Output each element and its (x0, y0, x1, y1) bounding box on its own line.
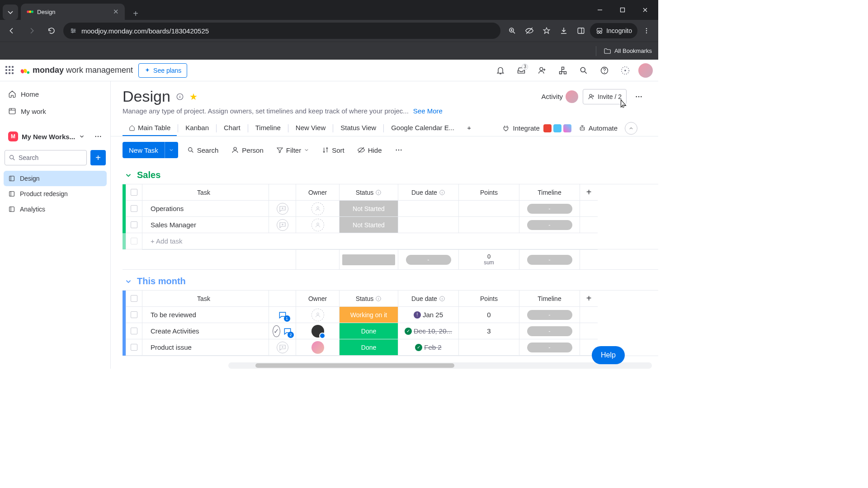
view-tab[interactable]: Main Table (123, 120, 177, 136)
status-cell[interactable]: Done (339, 339, 398, 356)
monday-logo[interactable]: monday work management (20, 66, 133, 75)
status-cell[interactable]: Not Started (339, 217, 398, 233)
row-checkbox[interactable] (126, 201, 142, 217)
duedate-cell[interactable]: ✓Feb 2 (398, 339, 458, 356)
board-favorite-star-icon[interactable]: ★ (189, 91, 198, 102)
see-plans-button[interactable]: See plans (138, 63, 187, 78)
toolbar-more-icon[interactable] (391, 142, 406, 158)
col-duedate[interactable]: Due date (398, 184, 458, 201)
view-tab[interactable]: New View (289, 120, 332, 136)
help-icon[interactable] (597, 63, 612, 78)
sidepanel-icon[interactable] (573, 23, 589, 39)
col-owner[interactable]: Owner (296, 184, 339, 201)
zoom-icon[interactable] (504, 23, 520, 39)
task-done-icon[interactable]: ✓ (273, 325, 280, 337)
duedate-cell[interactable]: ✓Dec 10, 20... (398, 323, 458, 339)
task-name-cell[interactable]: Create Activities (142, 323, 269, 339)
notifications-icon[interactable] (493, 63, 508, 78)
all-bookmarks-button[interactable]: All Bookmarks (604, 47, 652, 55)
duedate-cell[interactable] (398, 217, 458, 233)
timeline-cell[interactable]: - (519, 307, 580, 323)
view-tab[interactable]: Chart (217, 120, 247, 136)
view-tab[interactable]: Kanban (179, 120, 215, 136)
inbox-icon[interactable]: 3 (514, 63, 529, 78)
help-floating-button[interactable]: Help (592, 346, 625, 364)
task-name-cell[interactable]: To be reviewed (142, 307, 269, 323)
view-tab[interactable]: Status View (334, 120, 382, 136)
search-everything-icon[interactable] (576, 63, 591, 78)
new-task-dropdown-icon[interactable] (165, 142, 178, 158)
products-switcher-icon[interactable] (618, 63, 633, 78)
profile-avatar[interactable] (638, 63, 653, 78)
col-timeline[interactable]: Timeline (519, 291, 580, 307)
points-cell[interactable] (458, 201, 519, 217)
add-view-button[interactable]: + (461, 120, 477, 136)
sidebar-search-input[interactable]: Search (5, 150, 87, 165)
row-checkbox[interactable] (126, 323, 142, 339)
apps-grid-icon[interactable] (5, 66, 14, 75)
row-checkbox[interactable] (126, 217, 142, 233)
timeline-cell[interactable]: - (519, 339, 580, 356)
download-icon[interactable] (556, 23, 572, 39)
owner-avatar[interactable] (311, 341, 324, 354)
view-tab[interactable]: Google Calendar E... (385, 120, 461, 136)
bookmark-star-icon[interactable] (538, 23, 555, 39)
filter-button[interactable]: Filter (273, 142, 313, 158)
status-cell[interactable]: Not Started (339, 201, 398, 217)
col-task[interactable]: Task (142, 291, 269, 307)
add-task-row[interactable]: + Add task (123, 233, 658, 249)
window-minimize-button[interactable] (590, 2, 610, 18)
col-points[interactable]: Points (458, 291, 519, 307)
add-conversation-icon[interactable] (277, 203, 288, 215)
owner-placeholder[interactable] (311, 202, 324, 215)
col-status[interactable]: Status (339, 184, 398, 201)
address-bar[interactable]: moodjoy.monday.com/boards/1830420525 (63, 23, 500, 39)
workspace-selector[interactable]: M My New Works... (4, 128, 107, 145)
window-close-button[interactable] (635, 2, 656, 18)
nav-forward-button[interactable] (24, 23, 40, 39)
board-title[interactable]: Design (123, 88, 170, 105)
conversation-icon[interactable]: 1 (277, 309, 288, 321)
col-duedate[interactable]: Due date (398, 291, 458, 307)
points-cell[interactable] (458, 217, 519, 233)
task-name-cell[interactable]: Sales Manager (142, 217, 269, 233)
view-tab[interactable]: Timeline (249, 120, 287, 136)
col-status[interactable]: Status (339, 291, 398, 307)
invite-members-icon[interactable] (534, 63, 550, 78)
nav-home[interactable]: Home (4, 86, 107, 102)
horizontal-scrollbar[interactable] (228, 362, 652, 369)
add-column-button[interactable]: + (580, 184, 598, 201)
duedate-cell[interactable]: !Jan 25 (398, 307, 458, 323)
col-timeline[interactable]: Timeline (519, 184, 580, 201)
board-options-icon[interactable] (631, 89, 646, 104)
status-cell[interactable]: Done (339, 323, 398, 339)
task-name-cell[interactable]: Operations (142, 201, 269, 217)
timeline-cell[interactable]: - (519, 201, 580, 217)
select-all-checkbox[interactable] (126, 184, 142, 201)
conversation-icon[interactable]: 2 (283, 325, 292, 337)
owner-placeholder[interactable] (311, 309, 324, 321)
duedate-cell[interactable] (398, 201, 458, 217)
site-settings-icon[interactable] (70, 27, 77, 34)
new-tab-button[interactable]: + (129, 7, 142, 20)
hide-button[interactable]: Hide (354, 142, 386, 158)
points-cell[interactable] (458, 339, 519, 356)
row-checkbox[interactable] (126, 339, 142, 356)
sort-button[interactable]: Sort (318, 142, 348, 158)
sidebar-board-item[interactable]: Analytics (4, 202, 107, 217)
owner-avatar[interactable] (311, 325, 324, 338)
browser-menu-icon[interactable] (638, 23, 655, 39)
points-cell[interactable]: 3 (458, 323, 519, 339)
add-column-button[interactable]: + (580, 291, 598, 307)
new-task-button[interactable]: New Task (123, 142, 178, 158)
incognito-chip[interactable]: Incognito (590, 23, 637, 38)
row-checkbox[interactable] (126, 307, 142, 323)
status-cell[interactable]: Working on it (339, 307, 398, 323)
select-all-checkbox[interactable] (126, 291, 142, 307)
timeline-cell[interactable]: - (519, 323, 580, 339)
nav-back-button[interactable] (4, 23, 20, 39)
browser-tab[interactable]: Design ✕ (21, 4, 125, 20)
automate-button[interactable]: Automate (579, 124, 618, 132)
col-owner[interactable]: Owner (296, 291, 339, 307)
sidebar-add-button[interactable]: + (90, 150, 106, 165)
